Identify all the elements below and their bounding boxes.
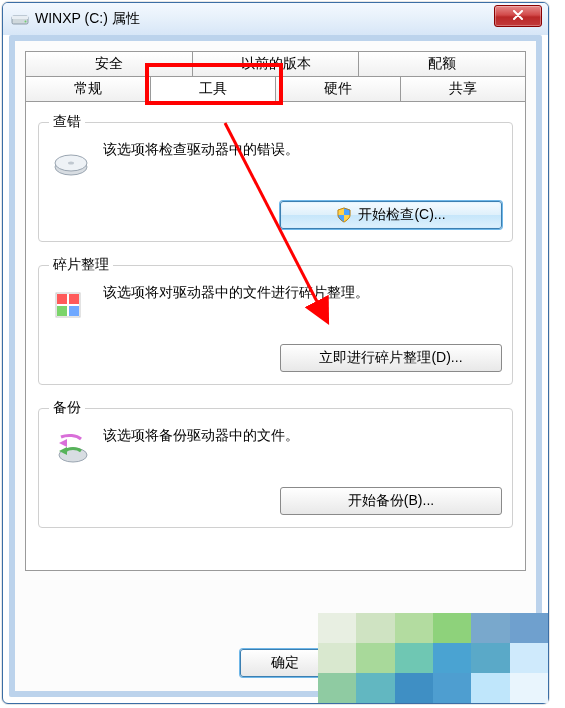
defragment-now-button[interactable]: 立即进行碎片整理(D)... [280, 344, 502, 372]
tab-label: 以前的版本 [241, 55, 311, 73]
backup-now-button[interactable]: 开始备份(B)... [280, 487, 502, 515]
defrag-icon [51, 286, 91, 326]
group-backup: 备份 该选项将备份驱动器中的文件。 [38, 399, 513, 528]
group-defragmentation: 碎片整理 该选项将对驱动器中的文件进行碎片整理。 [38, 256, 513, 385]
tab-row-front: 常规 工具 硬件 共享 [25, 77, 526, 102]
censored-region [318, 613, 548, 703]
tab-previous-versions[interactable]: 以前的版本 [192, 51, 360, 77]
tab-label: 安全 [95, 55, 123, 73]
window-title: WINXP (C:) 属性 [35, 10, 140, 28]
tab-label: 常规 [74, 80, 102, 98]
tab-tools[interactable]: 工具 [150, 77, 276, 102]
svg-rect-8 [57, 306, 67, 316]
group-description: 该选项将检查驱动器中的错误。 [103, 139, 299, 159]
button-label: 立即进行碎片整理(D)... [319, 349, 462, 367]
svg-rect-7 [69, 294, 79, 304]
svg-point-2 [25, 21, 27, 23]
tab-quota[interactable]: 配额 [358, 51, 526, 77]
button-label: 开始备份(B)... [348, 492, 434, 510]
group-description: 该选项将备份驱动器中的文件。 [103, 425, 299, 445]
ok-button[interactable]: 确定 [240, 649, 330, 677]
disk-check-icon [51, 143, 91, 183]
tab-row-back: 安全 以前的版本 配额 [25, 51, 526, 77]
tab-hardware[interactable]: 硬件 [275, 77, 401, 102]
tab-panel-tools: 查错 该选项将检查驱动器中的错误。 [25, 101, 526, 571]
group-error-checking: 查错 该选项将检查驱动器中的错误。 [38, 113, 513, 242]
backup-icon [51, 429, 91, 469]
group-description: 该选项将对驱动器中的文件进行碎片整理。 [103, 282, 369, 302]
tab-label: 共享 [449, 80, 477, 98]
tab-sharing[interactable]: 共享 [400, 77, 526, 102]
svg-point-5 [68, 162, 74, 165]
close-button[interactable] [494, 5, 542, 27]
drive-icon [11, 10, 29, 28]
tab-security[interactable]: 安全 [25, 51, 193, 77]
tab-general[interactable]: 常规 [25, 77, 151, 102]
group-legend: 查错 [49, 113, 85, 131]
svg-rect-9 [69, 306, 79, 316]
tab-control: 安全 以前的版本 配额 常规 工具 硬件 共享 查错 [15, 41, 536, 571]
close-icon [512, 9, 524, 23]
titlebar: WINXP (C:) 属性 [3, 3, 548, 35]
tab-label: 硬件 [324, 80, 352, 98]
svg-rect-6 [57, 294, 67, 304]
svg-rect-1 [12, 16, 28, 19]
shield-icon [336, 207, 352, 223]
button-label: 确定 [271, 654, 299, 672]
button-label: 开始检查(C)... [358, 206, 445, 224]
properties-dialog: WINXP (C:) 属性 安全 以前的版本 配额 常规 工具 硬件 共享 [2, 2, 549, 704]
tab-label: 工具 [199, 80, 227, 98]
group-legend: 备份 [49, 399, 85, 417]
group-legend: 碎片整理 [49, 256, 113, 274]
tab-label: 配额 [428, 55, 456, 73]
check-now-button[interactable]: 开始检查(C)... [280, 201, 502, 229]
client-area: 安全 以前的版本 配额 常规 工具 硬件 共享 查错 [9, 35, 542, 697]
